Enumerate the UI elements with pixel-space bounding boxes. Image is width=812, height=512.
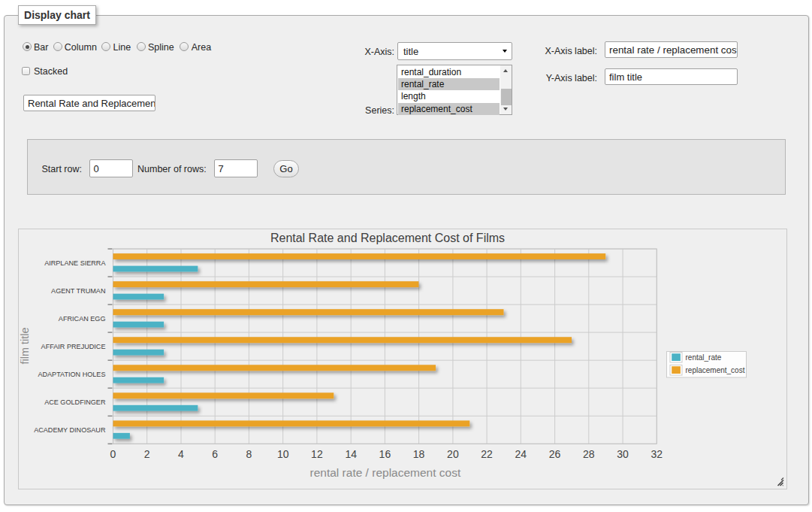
- svg-text:film title: film title: [19, 327, 31, 364]
- svg-text:28: 28: [583, 448, 595, 460]
- svg-text:0: 0: [110, 448, 116, 460]
- svg-text:30: 30: [617, 448, 629, 460]
- svg-text:AIRPLANE SIERRA: AIRPLANE SIERRA: [44, 259, 106, 267]
- svg-text:ACADEMY DINOSAUR: ACADEMY DINOSAUR: [34, 426, 106, 434]
- svg-text:10: 10: [277, 448, 289, 460]
- svg-text:2: 2: [144, 448, 150, 460]
- svg-text:24: 24: [515, 448, 527, 460]
- svg-text:ADAPTATION HOLES: ADAPTATION HOLES: [38, 371, 105, 378]
- svg-text:AFRICAN EGG: AFRICAN EGG: [59, 315, 106, 323]
- svg-text:32: 32: [651, 448, 663, 460]
- svg-text:22: 22: [481, 448, 493, 460]
- svg-text:12: 12: [311, 448, 323, 460]
- svg-text:20: 20: [447, 448, 459, 460]
- svg-text:14: 14: [345, 448, 357, 460]
- svg-text:AFFAIR PREJUDICE: AFFAIR PREJUDICE: [41, 343, 106, 350]
- svg-text:18: 18: [413, 448, 425, 460]
- svg-text:replacement_cost: replacement_cost: [686, 366, 745, 374]
- svg-text:Rental Rate and Replacement Co: Rental Rate and Replacement Cost of Film…: [270, 232, 505, 244]
- svg-text:26: 26: [549, 448, 561, 460]
- svg-text:8: 8: [246, 448, 252, 460]
- svg-text:rental_rate: rental_rate: [686, 353, 722, 362]
- svg-text:AGENT TRUMAN: AGENT TRUMAN: [51, 287, 105, 295]
- svg-text:ACE GOLDFINGER: ACE GOLDFINGER: [44, 398, 106, 406]
- svg-text:16: 16: [379, 448, 391, 460]
- svg-text:6: 6: [212, 448, 218, 460]
- svg-text:4: 4: [178, 448, 184, 460]
- svg-text:rental rate / replacement cost: rental rate / replacement cost: [310, 466, 461, 479]
